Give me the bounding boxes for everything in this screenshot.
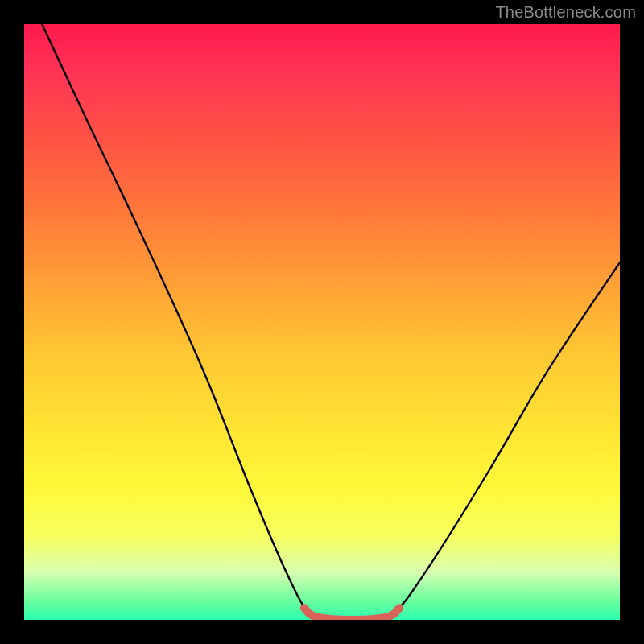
chart-frame: TheBottleneck.com [0, 0, 644, 644]
chart-svg [24, 24, 620, 620]
bottleneck-curve [42, 24, 620, 620]
watermark-text: TheBottleneck.com [495, 3, 636, 22]
valley-highlight [304, 608, 399, 620]
plot-area [24, 24, 620, 620]
